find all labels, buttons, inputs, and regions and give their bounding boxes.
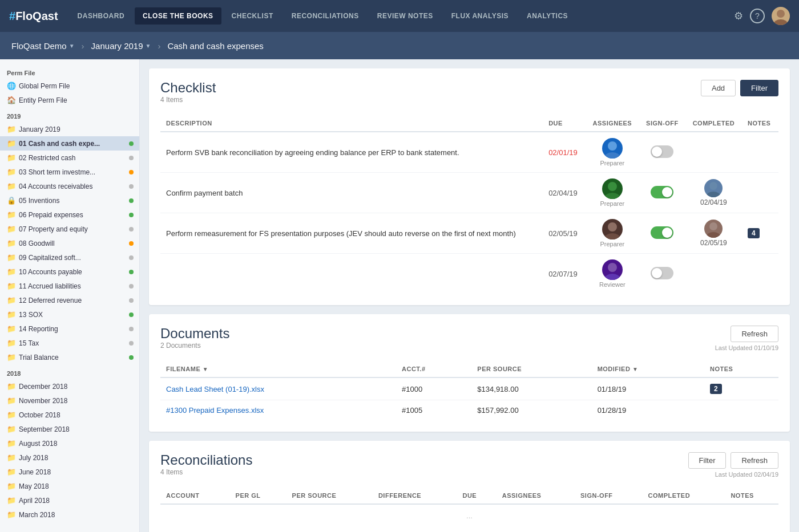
checklist-signoff-1[interactable] (639, 132, 685, 173)
item-14-label: 14 Reporting (19, 325, 126, 333)
doc-notes-1: 2 (704, 377, 778, 400)
folder-icon-nov: 📁 (7, 396, 16, 405)
item-07-label: 07 Property and equity (19, 225, 126, 233)
documents-count: 2 Documents (160, 342, 229, 350)
col-notes: NOTES (742, 115, 778, 132)
document-row-1: Cash Lead Sheet (01-19).xlsx #1000 $134,… (160, 377, 778, 400)
sidebar-item-jul-2018[interactable]: 📁 July 2018 (0, 450, 139, 465)
sidebar-item-04[interactable]: 📁 04 Accounts receivables (0, 179, 139, 193)
nav-close-the-books[interactable]: CLOSE THE BOOKS (135, 7, 221, 25)
col-assignees: ASSIGNEES (586, 115, 639, 132)
toggle-4[interactable] (651, 267, 673, 279)
sidebar-item-06[interactable]: 📁 06 Prepaid expenses (0, 208, 139, 222)
sidebar-item-02[interactable]: 📁 02 Restricted cash (0, 151, 139, 165)
reconciliations-count: 4 Items (160, 468, 252, 476)
folder-icon-jun: 📁 (7, 468, 16, 476)
status-dot-06 (129, 213, 134, 217)
recon-row-placeholder: ... (160, 504, 778, 527)
sidebar-item-trial-balance[interactable]: 📁 Trial Balance (0, 350, 139, 364)
status-dot-08 (129, 241, 134, 246)
sidebar-item-mar-2018[interactable]: 📁 March 2018 (0, 507, 139, 522)
checklist-assignee-1: Preparer (586, 132, 639, 173)
checklist-desc-1: Perform SVB bank reconciliation by agree… (160, 132, 543, 173)
filename-sort-icon[interactable]: ▼ (203, 366, 208, 372)
sidebar-item-apr-2018[interactable]: 📁 April 2018 (0, 493, 139, 507)
col-filename: FILENAME ▼ (160, 361, 396, 377)
checklist-signoff-2[interactable] (639, 173, 685, 213)
sidebar-item-sep-2018[interactable]: 📁 September 2018 (0, 422, 139, 436)
main-layout: Perm File 🌐 Global Perm File 🏠 Entity Pe… (0, 59, 799, 532)
sidebar-item-14[interactable]: 📁 14 Reporting (0, 322, 139, 336)
item-06-label: 06 Prepaid expenses (19, 211, 126, 219)
checklist-table: DESCRIPTION DUE ASSIGNEES SIGN-OFF COMPL… (160, 115, 778, 294)
mar-2018-label: March 2018 (19, 511, 134, 519)
sidebar-item-09[interactable]: 📁 09 Capitalized soft... (0, 250, 139, 265)
toggle-2[interactable] (651, 186, 673, 198)
sidebar-item-15[interactable]: 📁 15 Tax (0, 336, 139, 350)
sidebar-item-nov-2018[interactable]: 📁 November 2018 (0, 393, 139, 408)
item-13-label: 13 SOX (19, 311, 126, 319)
checklist-desc-4 (160, 254, 543, 294)
sidebar-item-entity-perm[interactable]: 🏠 Entity Perm File (0, 93, 139, 107)
nav-reconciliations[interactable]: RECONCILIATIONS (284, 7, 367, 25)
doc-link-2[interactable]: #1300 Prepaid Expenses.xlsx (166, 406, 264, 415)
nav-analytics[interactable]: ANALYTICS (519, 7, 576, 25)
nav-flux-analysis[interactable]: FLUX ANALYSIS (443, 7, 516, 25)
sidebar-item-01[interactable]: 📁 01 Cash and cash expe... (0, 136, 139, 151)
help-icon[interactable]: ? (750, 9, 765, 23)
nav-dashboard[interactable]: DASHBOARD (70, 7, 133, 25)
reconciliations-last-updated: Last Updated 02/04/19 (688, 471, 778, 478)
folder-icon-08: 📁 (7, 239, 16, 247)
folder-icon-jan: 📁 (7, 125, 16, 133)
folder-icon-apr: 📁 (7, 496, 16, 505)
doc-link-1[interactable]: Cash Lead Sheet (01-19).xlsx (166, 385, 264, 393)
nav-checklist[interactable]: CHECKLIST (224, 7, 281, 25)
notes-badge-3[interactable]: 4 (748, 228, 760, 238)
checklist-filter-button[interactable]: Filter (740, 80, 778, 96)
completed-avatar-2 (704, 179, 723, 197)
logo[interactable]: #FloQast (9, 10, 58, 23)
reconciliations-refresh-button[interactable]: Refresh (731, 452, 778, 469)
company-selector[interactable]: FloQast Demo ▼ (11, 41, 75, 51)
sidebar-item-may-2018[interactable]: 📁 May 2018 (0, 479, 139, 493)
sidebar-item-13[interactable]: 📁 13 SOX (0, 307, 139, 322)
sidebar-item-aug-2018[interactable]: 📁 August 2018 (0, 436, 139, 450)
sidebar-item-global-perm[interactable]: 🌐 Global Perm File (0, 79, 139, 93)
sidebar-item-oct-2018[interactable]: 📁 October 2018 (0, 408, 139, 422)
documents-refresh-button[interactable]: Refresh (731, 326, 778, 342)
status-dot-07 (129, 227, 134, 232)
svg-point-11 (707, 232, 720, 238)
sidebar-item-11[interactable]: 📁 11 Accrued liabilities (0, 279, 139, 293)
checklist-assignee-2: Preparer (586, 173, 639, 213)
period-selector[interactable]: January 2019 ▼ (91, 41, 151, 51)
recon-col-account: ACCOUNT (160, 488, 230, 504)
doc-notes-badge-1[interactable]: 2 (710, 384, 722, 394)
sidebar-item-jun-2018[interactable]: 📁 June 2018 (0, 465, 139, 479)
completed-date-2: 02/04/19 (700, 198, 727, 206)
checklist-add-button[interactable]: Add (701, 80, 736, 96)
modified-sort-icon[interactable]: ▼ (632, 366, 638, 372)
settings-icon[interactable]: ⚙ (734, 10, 743, 22)
checklist-completed-3: 02/05/19 (685, 213, 742, 254)
checklist-signoff-3[interactable] (639, 213, 685, 254)
reconciliations-filter-button[interactable]: Filter (688, 452, 727, 469)
nav-review-notes[interactable]: REVIEW NOTES (369, 7, 441, 25)
sidebar-item-08[interactable]: 📁 08 Goodwill (0, 236, 139, 250)
checklist-signoff-4[interactable] (639, 254, 685, 294)
entity-perm-label: Entity Perm File (19, 96, 134, 104)
sidebar-item-07[interactable]: 📁 07 Property and equity (0, 222, 139, 236)
toggle-3[interactable] (651, 226, 673, 239)
avatar-row2 (602, 178, 623, 199)
sidebar-item-12[interactable]: 📁 12 Deferred revenue (0, 293, 139, 307)
sidebar-item-05[interactable]: 🔒 05 Inventions (0, 193, 139, 208)
status-dot-10 (129, 270, 134, 274)
sidebar-item-10[interactable]: 📁 10 Accounts payable (0, 265, 139, 279)
sidebar-item-dec-2018[interactable]: 📁 December 2018 (0, 379, 139, 393)
year-2019-label: 2019 (0, 107, 139, 122)
toggle-1[interactable] (651, 145, 673, 158)
completed-avatar-3 (704, 220, 723, 238)
sidebar-item-03[interactable]: 📁 03 Short term investme... (0, 165, 139, 179)
status-dot-tb (129, 355, 134, 360)
sidebar-item-january-2019[interactable]: 📁 January 2019 (0, 122, 139, 136)
user-avatar[interactable] (772, 7, 790, 25)
